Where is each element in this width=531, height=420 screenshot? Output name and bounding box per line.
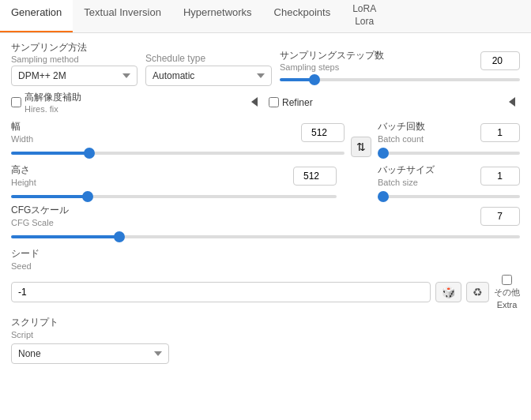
batch-size-slider[interactable] [378,195,520,198]
schedule-type-group: Schedule type Automatic [145,53,272,86]
width-input[interactable]: 512 [301,123,345,142]
sampling-method-label-ja: サンプリング方法 [11,41,137,54]
dice-icon: 🎲 [442,286,455,298]
seed-input[interactable]: -1 [11,282,431,302]
tab-hypernetworks[interactable]: Hypernetworks [172,0,263,32]
swap-dimensions-area: ⇅ [351,120,371,157]
steps-slider[interactable] [280,78,520,81]
cfg-input[interactable]: 7 [480,207,520,226]
generation-content: サンプリング方法 Sampling method DPM++ 2M Schedu… [0,33,531,378]
refiner-label: Refiner [282,97,313,108]
schedule-select[interactable]: Automatic [145,66,272,86]
schedule-label: Schedule type [145,53,272,64]
batch-size-label-en: Batch size [378,178,418,187]
tab-bar: Generation Textual Inversion Hypernetwor… [0,0,531,33]
width-group: 幅 Width 512 [11,120,345,157]
hires-collapse-btn[interactable] [247,95,262,111]
width-label-en: Width [11,134,33,144]
batch-count-slider[interactable] [378,152,520,155]
seed-group: シード Seed -1 🎲 ♻ その他 Extra [11,247,520,309]
steps-label-en: Sampling steps [280,62,384,72]
dice-button[interactable]: 🎲 [435,282,461,302]
tab-lora[interactable]: LoRA Lora [341,0,387,32]
sampling-steps-group: サンプリングステップ数 Sampling steps 20 [280,49,520,86]
height-label-en: Height [11,178,36,187]
height-input[interactable]: 512 [293,167,337,186]
height-slider[interactable] [11,195,337,198]
refiner-group: Refiner [269,97,498,108]
cfg-label-en: CFG Scale [11,218,54,227]
tab-textual-inversion[interactable]: Textual Inversion [73,0,172,32]
steps-input[interactable]: 20 [480,51,520,70]
hires-arrow-icon [251,97,258,107]
sampling-method-label-en: Sampling method [11,54,137,64]
hires-label-ja: 高解像度補助 [24,91,81,104]
cfg-slider[interactable] [11,235,520,238]
width-slider[interactable] [11,152,345,155]
extra-label-ja: その他 [494,287,520,298]
sampling-method-select[interactable]: DPM++ 2M [11,66,137,86]
height-batch-size-row: 高さ Height 512 バッチサイズ Batch size 1 [11,163,520,201]
hires-group: 高解像度補助 Hires. fix [11,91,240,114]
extra-label-en: Extra [497,300,518,309]
width-label-ja: 幅 [11,121,21,132]
script-label-en: Script [11,330,33,339]
refiner-collapse-btn[interactable] [504,95,520,111]
extra-group: その他 Extra [494,275,520,309]
script-group: スクリプト Script None X/Y/Z plot Prompt matr… [11,316,520,364]
sampling-method-group: サンプリング方法 Sampling method DPM++ 2M [11,41,137,86]
cfg-label-ja: CFGスケール [11,204,69,216]
hires-checkbox[interactable] [11,97,21,107]
refiner-checkbox[interactable] [269,97,279,107]
cfg-scale-group: CFGスケール CFG Scale 7 [11,204,520,241]
script-label-ja: スクリプト [11,317,58,328]
batch-size-input[interactable]: 1 [480,167,520,186]
batch-count-input[interactable]: 1 [480,123,520,142]
tab-checkpoints[interactable]: Checkpoints [263,0,342,32]
width-batch-row: 幅 Width 512 ⇅ バッチ回数 Batch count 1 [11,120,520,157]
refiner-arrow-icon [509,97,515,107]
batch-size-group: バッチサイズ Batch size 1 [378,163,520,201]
extra-checkbox[interactable] [502,275,512,285]
batch-count-label-en: Batch count [378,134,424,144]
seed-label-ja: シード [11,248,40,259]
height-group: 高さ Height 512 [11,163,337,201]
swap-dimensions-btn[interactable]: ⇅ [351,137,371,157]
batch-count-group: バッチ回数 Batch count 1 [378,120,520,157]
hires-label-en: Hires. fix [24,104,81,114]
recycle-button[interactable]: ♻ [466,282,489,302]
tab-generation[interactable]: Generation [0,0,73,32]
script-select[interactable]: None X/Y/Z plot Prompt matrix [11,343,169,364]
seed-label-en: Seed [11,261,32,271]
batch-count-label-ja: バッチ回数 [378,121,425,132]
steps-label-ja: サンプリングステップ数 [280,49,384,62]
height-label-ja: 高さ [11,164,30,175]
batch-size-label-ja: バッチサイズ [378,164,435,175]
recycle-icon: ♻ [473,286,483,298]
swap-spacer [343,163,371,201]
